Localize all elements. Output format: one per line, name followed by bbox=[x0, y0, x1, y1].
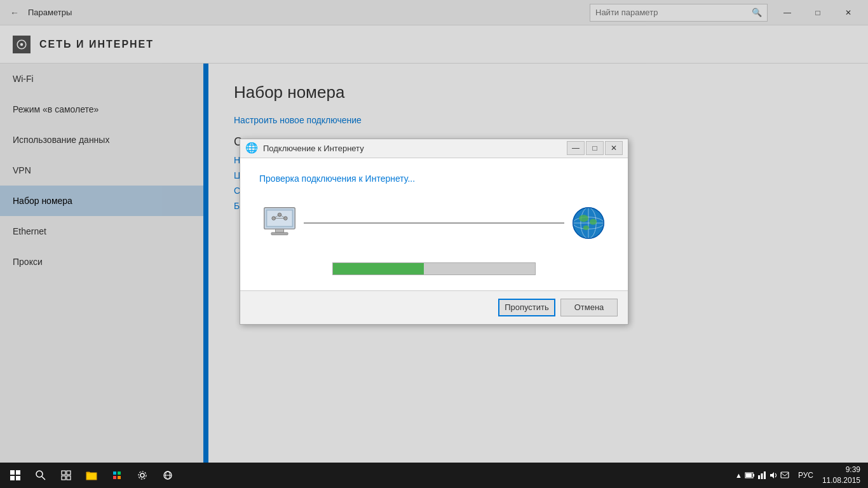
windows-logo-icon bbox=[10, 470, 20, 480]
svg-rect-44 bbox=[781, 472, 789, 478]
clock-date: 11.08.2015 bbox=[822, 475, 860, 486]
computer-icon bbox=[259, 203, 300, 243]
svg-marker-43 bbox=[770, 472, 774, 478]
cancel-button[interactable]: Отмена bbox=[560, 299, 618, 316]
svg-rect-24 bbox=[67, 471, 71, 475]
system-tray: ▲ bbox=[730, 471, 794, 480]
dialog-body: Проверка подключения к Интернету... bbox=[240, 158, 628, 290]
progress-bar bbox=[332, 262, 536, 275]
svg-rect-39 bbox=[746, 473, 752, 477]
network-taskbar-button[interactable] bbox=[155, 463, 180, 488]
globe-taskbar-icon bbox=[163, 470, 173, 480]
dialog-footer: Пропустить Отмена bbox=[240, 290, 628, 324]
battery-icon bbox=[745, 471, 755, 479]
svg-point-18 bbox=[590, 219, 597, 224]
start-button[interactable] bbox=[3, 463, 28, 488]
svg-point-33 bbox=[139, 471, 146, 479]
dialog-minimize-button[interactable]: — bbox=[567, 141, 585, 155]
svg-rect-25 bbox=[62, 476, 65, 480]
taskbar: ▲ РУС 9:39 11.08.2015 bbox=[0, 463, 868, 488]
store-icon bbox=[112, 470, 122, 480]
dialog-maximize-button[interactable]: □ bbox=[586, 141, 604, 155]
message-icon bbox=[780, 471, 789, 480]
explorer-icon bbox=[86, 470, 97, 480]
svg-rect-26 bbox=[67, 476, 71, 480]
dialog-close-button[interactable]: ✕ bbox=[605, 141, 623, 155]
svg-rect-27 bbox=[86, 473, 97, 480]
svg-rect-23 bbox=[62, 471, 65, 475]
svg-point-19 bbox=[583, 225, 589, 229]
settings-button[interactable] bbox=[130, 463, 155, 488]
task-view-icon bbox=[61, 470, 71, 480]
dialog-status: Проверка подключения к Интернету... bbox=[259, 173, 609, 184]
progress-bar-container bbox=[259, 262, 609, 275]
dialog-overlay: 🌐 Подключение к Интернету — □ ✕ Проверка… bbox=[0, 0, 868, 463]
dialog-controls: — □ ✕ bbox=[567, 141, 623, 155]
internet-connection-dialog: 🌐 Подключение к Интернету — □ ✕ Проверка… bbox=[240, 139, 628, 325]
svg-rect-38 bbox=[753, 474, 754, 477]
globe-icon bbox=[568, 203, 609, 243]
tray-up-arrow[interactable]: ▲ bbox=[735, 471, 742, 479]
skip-button[interactable]: Пропустить bbox=[498, 299, 555, 316]
progress-fill bbox=[333, 263, 424, 274]
task-view-button[interactable] bbox=[53, 463, 79, 488]
svg-rect-4 bbox=[271, 232, 288, 234]
system-clock[interactable]: 9:39 11.08.2015 bbox=[817, 464, 865, 486]
dialog-globe-icon: 🌐 bbox=[245, 142, 258, 154]
network-tray-icon bbox=[757, 471, 766, 480]
svg-rect-40 bbox=[758, 475, 760, 479]
search-icon bbox=[36, 470, 46, 480]
connection-visual bbox=[259, 203, 609, 243]
store-button[interactable] bbox=[104, 463, 130, 488]
svg-line-22 bbox=[42, 477, 45, 480]
globe-svg bbox=[571, 205, 606, 241]
volume-icon bbox=[769, 471, 778, 480]
svg-point-32 bbox=[140, 473, 144, 477]
svg-point-21 bbox=[36, 471, 43, 477]
connection-line bbox=[304, 222, 564, 224]
language-indicator[interactable]: РУС bbox=[794, 471, 817, 480]
settings-icon bbox=[137, 470, 147, 480]
svg-rect-29 bbox=[118, 471, 121, 475]
computer-svg bbox=[262, 205, 297, 241]
svg-rect-28 bbox=[113, 471, 116, 475]
dialog-titlebar: 🌐 Подключение к Интернету — □ ✕ bbox=[240, 139, 628, 158]
taskbar-search-button[interactable] bbox=[28, 463, 53, 488]
svg-rect-30 bbox=[113, 476, 116, 479]
dialog-title: Подключение к Интернету bbox=[263, 144, 567, 153]
explorer-button[interactable] bbox=[79, 463, 104, 488]
clock-time: 9:39 bbox=[822, 464, 860, 475]
svg-rect-41 bbox=[761, 473, 763, 479]
svg-point-17 bbox=[579, 214, 588, 221]
svg-rect-42 bbox=[764, 471, 766, 479]
svg-rect-3 bbox=[275, 229, 283, 233]
svg-rect-31 bbox=[118, 476, 121, 479]
